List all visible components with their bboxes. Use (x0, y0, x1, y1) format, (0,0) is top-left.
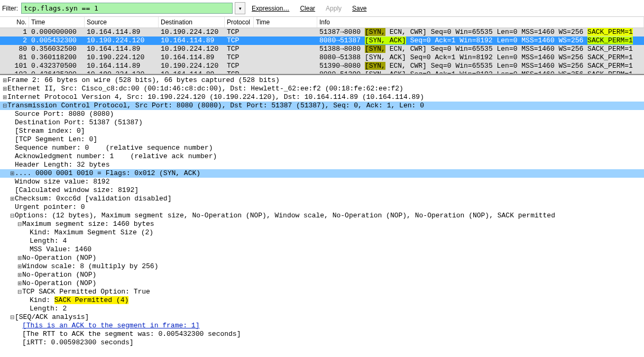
expand-icon[interactable]: ⊞ (17, 262, 22, 271)
expand-icon[interactable]: ⊞ (2, 85, 7, 93)
stream-index[interactable]: [Stream index: 0] (15, 127, 85, 135)
packet-row[interactable]: 10.00000000010.164.114.8910.190.224.120T… (0, 28, 644, 36)
collapse-icon[interactable]: ⊟ (2, 102, 7, 110)
ack-link[interactable]: [This is an ACK to the segment in frame:… (22, 322, 199, 330)
filter-input[interactable] (21, 3, 233, 14)
packet-list-header: No. Time Source Destination Protocol Tim… (0, 17, 644, 28)
sack-length[interactable]: Length: 2 (30, 305, 67, 313)
frame-summary[interactable]: Frame 2: 66 bytes on wire (528 bits), 66… (7, 76, 280, 85)
collapse-icon[interactable]: ⊟ (10, 313, 15, 322)
collapse-icon[interactable]: ⊟ (17, 220, 22, 228)
packet-details: ⊞Frame 2: 66 bytes on wire (528 bits), 6… (0, 74, 644, 350)
expand-icon[interactable]: ⊞ (17, 279, 22, 288)
seq-number[interactable]: Sequence number: 0 (relative sequence nu… (15, 144, 213, 152)
col-destination[interactable]: Destination (159, 17, 225, 28)
col-time[interactable]: Time (29, 17, 85, 28)
packet-row[interactable]: 800.35603250010.164.114.8910.190.224.120… (0, 45, 644, 53)
opt-sack-permitted[interactable]: TCP SACK Permitted Option: True (22, 288, 150, 296)
irtt-value[interactable]: [iRTT: 0.005982300 seconds] (22, 338, 134, 347)
expression-button[interactable]: Expression… (247, 4, 293, 13)
expand-icon[interactable]: ⊞ (17, 271, 22, 279)
mss-length[interactable]: Length: 4 (30, 237, 67, 245)
opt-mss[interactable]: Maximum segment size: 1460 bytes (22, 220, 154, 228)
ack-number[interactable]: Acknowledgment number: 1 (relative ack n… (15, 152, 217, 161)
tcp-seg-len[interactable]: [TCP Segment Len: 0] (15, 135, 97, 144)
seq-ack-analysis[interactable]: [SEQ/ACK analysis] (15, 313, 89, 322)
collapse-icon[interactable]: ⊟ (10, 212, 15, 220)
dst-port[interactable]: Destination Port: 51387 (51387) (15, 118, 143, 127)
filter-bar: Filter: ▾ Expression… Clear Apply Save (0, 0, 644, 16)
packet-list: No. Time Source Destination Protocol Tim… (0, 16, 644, 74)
tcp-options[interactable]: Options: (12 bytes), Maximum segment siz… (15, 212, 555, 220)
tcp-flags[interactable]: .... 0000 0001 0010 = Flags: 0x012 (SYN,… (15, 169, 644, 178)
tcp-summary[interactable]: Transmission Control Protocol, Src Port:… (7, 102, 644, 110)
rtt-value[interactable]: [The RTT to ACK the segment was: 0.00543… (22, 330, 241, 338)
collapse-icon[interactable]: ⊟ (17, 288, 22, 296)
col-protocol[interactable]: Protocol (225, 17, 254, 28)
clear-button[interactable]: Clear (296, 4, 319, 13)
expand-icon[interactable]: ⊞ (17, 254, 22, 262)
opt-nop3[interactable]: No-Operation (NOP) (22, 279, 96, 288)
col-source[interactable]: Source (85, 17, 159, 28)
expand-icon[interactable]: ⊞ (10, 195, 15, 203)
col-no[interactable]: No. (0, 17, 29, 28)
packet-row[interactable]: 810.36011820010.190.224.12010.164.114.89… (0, 53, 644, 62)
mss-kind[interactable]: Kind: Maximum Segment Size (2) (30, 228, 153, 237)
ethernet-summary[interactable]: Ethernet II, Src: Cisco_c8:dc:00 (00:1d:… (7, 85, 403, 93)
chevron-down-icon: ▾ (239, 6, 242, 11)
expand-icon[interactable]: ⊞ (10, 169, 15, 178)
filter-label: Filter: (2, 5, 18, 12)
window-size[interactable]: Window size value: 8192 (15, 178, 109, 186)
opt-nop1[interactable]: No-Operation (NOP) (22, 254, 96, 262)
col-info[interactable]: Info (317, 17, 644, 28)
src-port[interactable]: Source Port: 8080 (8080) (15, 110, 114, 118)
filter-dropdown-button[interactable]: ▾ (235, 2, 245, 14)
urgent-pointer[interactable]: Urgent pointer: 0 (15, 203, 85, 212)
apply-button: Apply (321, 4, 346, 13)
save-button[interactable]: Save (348, 4, 371, 13)
checksum[interactable]: Checksum: 0xcc6d [validation disabled] (15, 195, 171, 203)
expand-icon[interactable]: ⊞ (2, 76, 7, 85)
packet-row[interactable]: 1010.43237050010.164.114.8910.190.224.12… (0, 62, 644, 70)
sack-kind[interactable]: Kind: SACK Permitted (4) (30, 296, 128, 305)
packet-row[interactable]: 1020.43643520010.190.224.12010.164.114.8… (0, 70, 644, 74)
packet-row[interactable]: 20.00543230010.190.224.12010.164.114.89T… (0, 36, 644, 45)
ip-summary[interactable]: Internet Protocol Version 4, Src: 10.190… (7, 93, 424, 102)
calc-window[interactable]: [Calculated window size: 8192] (15, 186, 139, 195)
mss-value[interactable]: MSS Value: 1460 (30, 245, 91, 254)
opt-wscale[interactable]: Window scale: 8 (multiply by 256) (22, 262, 158, 271)
opt-nop2[interactable]: No-Operation (NOP) (22, 271, 96, 279)
header-length[interactable]: Header Length: 32 bytes (15, 161, 109, 169)
expand-icon[interactable]: ⊞ (2, 93, 7, 102)
col-time2[interactable]: Time (254, 17, 317, 28)
